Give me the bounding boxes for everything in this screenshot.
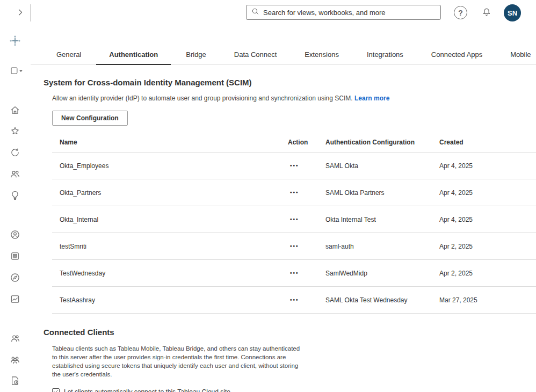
content-switcher-button[interactable] — [8, 64, 26, 79]
row-action-menu-button[interactable]: ••• — [288, 213, 301, 226]
expand-pane-button[interactable] — [13, 5, 28, 20]
sidebar-item-recents[interactable] — [8, 146, 23, 161]
row-action-menu-button[interactable]: ••• — [288, 159, 301, 172]
auth-configuration: Okta Internal Test — [318, 216, 432, 223]
schedules-icon — [10, 375, 20, 388]
created-date: Apr 2, 2025 — [432, 243, 536, 250]
avatar[interactable]: SN — [504, 4, 521, 21]
help-button[interactable]: ? — [454, 6, 467, 19]
sidebar-item-personal-space[interactable] — [8, 228, 23, 243]
sidebar-item-collections[interactable] — [8, 249, 23, 264]
scim-description: Allow an identity provider (IdP) to auto… — [52, 95, 536, 102]
auto-connect-label: Let clients automatically connect to thi… — [64, 388, 230, 392]
config-name: TestAashray — [52, 296, 280, 304]
scim-description-text: Allow an identity provider (IdP) to auto… — [52, 95, 353, 102]
tab-bridge[interactable]: Bridge — [173, 48, 219, 65]
connected-clients-description: Tableau clients such as Tableau Mobile, … — [52, 344, 300, 379]
recommendations-bulb-icon — [10, 190, 20, 202]
connected-clients-title: Connected Clients — [44, 328, 536, 337]
sidebar-item-shared-with-me[interactable] — [8, 167, 23, 182]
auth-configuration: SAML Okta Partners — [318, 189, 432, 197]
sidebar-item-home[interactable] — [8, 103, 23, 118]
users-icon — [10, 333, 20, 345]
table-row: testSmriti ••• saml-auth Apr 2, 2025 — [52, 233, 536, 260]
auth-configuration: SamlWedMidp — [318, 270, 432, 277]
auth-configuration: SAML Okta Test Wednesday — [318, 296, 432, 304]
table-row: Okta_Partners ••• SAML Okta Partners Apr… — [52, 179, 536, 206]
row-action-menu-button[interactable]: ••• — [288, 294, 301, 306]
auto-connect-option[interactable]: Let clients automatically connect to thi… — [52, 388, 536, 392]
search-input[interactable] — [263, 9, 436, 17]
new-configuration-button[interactable]: New Configuration — [52, 111, 128, 126]
settings-tab-bar: General Authentication Bridge Data Conne… — [31, 48, 536, 65]
sidebar-item-groups[interactable] — [8, 353, 23, 368]
app-window: ? SN General Authentication Bridge Data … — [0, 0, 536, 392]
personal-space-icon — [10, 229, 20, 242]
notifications-button[interactable] — [480, 6, 494, 20]
column-header-name: Name — [52, 139, 280, 146]
main-area: ? SN General Authentication Bridge Data … — [31, 0, 536, 392]
table-header-row: Name Action Authentication Configuration… — [52, 132, 536, 153]
chevron-right-icon — [15, 7, 26, 19]
help-icon: ? — [458, 9, 463, 17]
tab-data-connect[interactable]: Data Connect — [221, 48, 290, 65]
tableau-logo-icon — [9, 35, 21, 48]
notifications-bell-icon — [481, 7, 492, 19]
search-box[interactable] — [246, 5, 441, 20]
sidebar-item-recommendations[interactable] — [8, 188, 23, 204]
tab-connected-apps[interactable]: Connected Apps — [418, 48, 495, 65]
site-status-icon — [10, 294, 20, 306]
tab-authentication[interactable]: Authentication — [96, 48, 171, 65]
scim-section-title: System for Cross-domain Identity Managem… — [44, 78, 536, 87]
sidebar-item-site-status[interactable] — [8, 292, 23, 307]
sidebar-item-schedules[interactable] — [8, 374, 23, 389]
content-switcher-icon — [9, 66, 25, 78]
config-name: Okta_Partners — [52, 189, 280, 197]
row-action-menu-button[interactable]: ••• — [288, 240, 301, 252]
learn-more-link[interactable]: Learn more — [354, 95, 389, 102]
search-icon — [251, 7, 260, 18]
settings-content: System for Cross-domain Identity Managem… — [31, 65, 536, 392]
table-row: TestAashray ••• SAML Okta Test Wednesday… — [52, 287, 536, 314]
column-header-action: Action — [280, 139, 318, 146]
auto-connect-checkbox[interactable] — [52, 388, 60, 392]
tab-mobile[interactable]: Mobile — [497, 48, 536, 65]
config-name: testSmriti — [52, 243, 280, 250]
auth-configuration: SAML Okta — [318, 162, 432, 170]
config-name: TestWednesday — [52, 270, 280, 277]
groups-icon — [10, 354, 20, 367]
created-date: Apr 2, 2025 — [432, 270, 536, 277]
created-date: Apr 4, 2025 — [432, 162, 536, 170]
column-header-created: Created — [432, 139, 536, 146]
table-row: TestWednesday ••• SamlWedMidp Apr 2, 202… — [52, 260, 536, 287]
recents-icon — [10, 147, 20, 159]
sidebar-item-favorites[interactable] — [8, 124, 23, 139]
left-sidebar — [0, 0, 31, 392]
row-action-menu-button[interactable]: ••• — [288, 267, 301, 279]
column-header-auth-configuration: Authentication Configuration — [318, 139, 432, 146]
sidebar-item-users[interactable] — [8, 331, 23, 346]
shared-with-me-icon — [10, 169, 20, 181]
row-action-menu-button[interactable]: ••• — [288, 186, 301, 199]
tab-integrations[interactable]: Integrations — [354, 48, 416, 65]
auth-configuration: saml-auth — [318, 243, 432, 250]
tab-extensions[interactable]: Extensions — [292, 48, 352, 65]
explore-compass-icon — [10, 272, 20, 285]
checkmark-icon — [53, 388, 59, 392]
table-row: Okta_Employees ••• SAML Okta Apr 4, 2025 — [52, 153, 536, 179]
sidebar-item-explore[interactable] — [8, 271, 23, 286]
tableau-logo-button[interactable] — [8, 34, 23, 49]
tab-general[interactable]: General — [44, 48, 94, 65]
topbar: ? SN — [31, 0, 536, 26]
scim-configurations-table: Name Action Authentication Configuration… — [52, 132, 536, 314]
config-name: Okta_Internal — [52, 216, 280, 223]
home-icon — [10, 105, 20, 117]
favorites-star-icon — [10, 126, 20, 138]
collections-icon — [10, 251, 20, 263]
created-date: Mar 27, 2025 — [432, 296, 536, 304]
created-date: Apr 4, 2025 — [432, 189, 536, 197]
config-name: Okta_Employees — [52, 162, 280, 170]
table-row: Okta_Internal ••• Okta Internal Test Apr… — [52, 206, 536, 233]
created-date: Apr 4, 2025 — [432, 216, 536, 223]
